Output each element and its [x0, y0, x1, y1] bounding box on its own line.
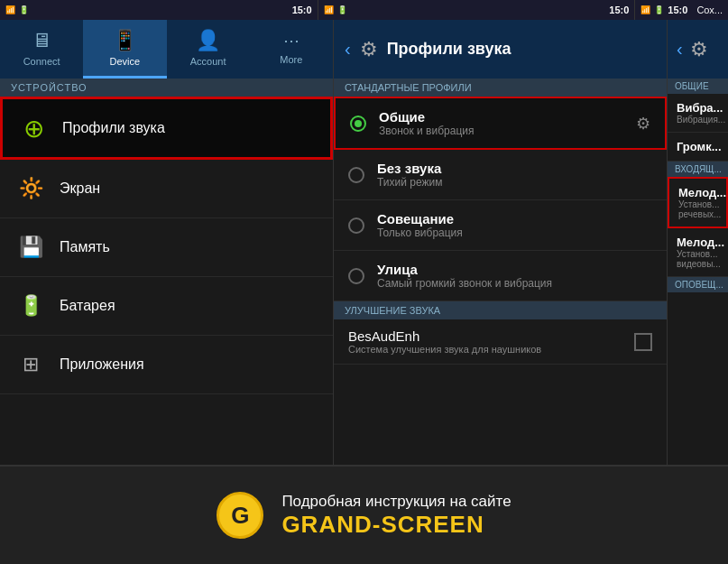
- panel3-back-icon[interactable]: ‹: [677, 39, 683, 60]
- profile-item-meeting[interactable]: Совещание Только вибрация: [334, 200, 667, 251]
- enhance-checkbox[interactable]: [634, 333, 652, 351]
- radio-general: [350, 116, 366, 132]
- back-arrow-icon[interactable]: ‹: [345, 39, 351, 60]
- more-icon: ⋯: [283, 31, 299, 51]
- profile-silent-texts: Без звука Тихий режим: [377, 161, 652, 189]
- menu-item-sound-label: Профили звука: [62, 120, 165, 136]
- banner-line2-part1: GRAND-: [281, 511, 381, 538]
- device-icon: 📱: [113, 29, 137, 52]
- menu-item-memory-label: Память: [60, 239, 110, 255]
- profile-general-desc: Звонок и вибрация: [379, 125, 636, 137]
- banner-line2: GRAND-SCREEN: [281, 511, 511, 539]
- screen-icon: 🔆: [14, 172, 47, 205]
- profile-general-texts: Общие Звонок и вибрация: [379, 109, 636, 137]
- profiles-section-header: СТАНДАРТНЫЕ ПРОФИЛИ: [334, 79, 667, 97]
- radio-street: [348, 268, 364, 284]
- radio-dot-general: [355, 120, 362, 127]
- wifi-icon-mid: 📶: [324, 5, 334, 14]
- menu-item-apps[interactable]: ⊞ Приложения: [0, 336, 333, 394]
- apps-icon: ⊞: [14, 348, 47, 381]
- profile-item-silent[interactable]: Без звука Тихий режим: [334, 150, 667, 200]
- bottom-banner: G Подробная инструкция на сайте GRAND-SC…: [0, 465, 728, 564]
- setting-melody1[interactable]: Мелод... Установ... речевых...: [668, 177, 728, 228]
- device-section-header: УСТРОЙСТВО: [0, 79, 333, 97]
- profile-street-desc: Самый громкий звонок и вибрация: [377, 277, 652, 290]
- profile-meeting-name: Совещание: [377, 211, 652, 227]
- banner-line1: Подробная инструкция на сайте: [281, 493, 511, 511]
- setting-melody1-name: Мелод...: [678, 186, 717, 199]
- profile-silent-name: Без звука: [377, 161, 652, 176]
- setting-vibra1[interactable]: Вибра... Вибрация...: [668, 94, 728, 133]
- memory-icon: 💾: [14, 231, 47, 264]
- connect-icon: 🖥: [32, 29, 51, 52]
- profile-silent-desc: Тихий режим: [377, 176, 652, 189]
- status-left: 📶 🔋 15:0: [0, 0, 318, 20]
- wifi-icon-left: 📶: [5, 5, 15, 14]
- general-section-label: ОБЩИЕ: [668, 79, 728, 94]
- panel2-sound-profiles: ‹ ⚙ Профили звука СТАНДАРТНЫЕ ПРОФИЛИ Об…: [334, 20, 668, 465]
- radio-silent: [348, 167, 364, 183]
- panel3-top-label: Сох...: [696, 5, 723, 15]
- status-mid: 📶 🔋 15:0: [318, 0, 635, 20]
- panel2-header: ‹ ⚙ Профили звука: [334, 20, 667, 79]
- battery-icon: 🔋: [14, 290, 47, 322]
- battery-icon-left: 🔋: [19, 5, 29, 14]
- account-icon: 👤: [196, 29, 220, 52]
- panel1-device: 🖥 Connect 📱 Device 👤 Account ⋯ More УСТР…: [0, 20, 334, 465]
- profile-street-name: Улица: [377, 262, 652, 277]
- menu-item-battery[interactable]: 🔋 Батарея: [0, 277, 333, 336]
- profile-general-name: Общие: [379, 109, 636, 125]
- tab-more-label: More: [280, 54, 302, 65]
- menu-item-battery-label: Батарея: [60, 298, 115, 314]
- setting-vibra1-desc: Вибрация...: [677, 115, 719, 125]
- notify-section-label: ОПОВЕЩ...: [668, 277, 728, 292]
- setting-volume[interactable]: Громк...: [668, 133, 728, 162]
- menu-item-sound[interactable]: ⊕ Профили звука: [0, 97, 333, 160]
- enhance-name: BesAudEnh: [348, 328, 541, 344]
- tab-account[interactable]: 👤 Account: [167, 20, 250, 79]
- profile-item-general[interactable]: Общие Звонок и вибрация ⚙: [334, 97, 667, 150]
- time-left: 15:0: [292, 5, 312, 15]
- time-right: 15:0: [668, 5, 687, 15]
- menu-item-screen[interactable]: 🔆 Экран: [0, 160, 333, 218]
- battery-icon-right: 🔋: [654, 5, 664, 14]
- profile-general-gear-icon[interactable]: ⚙: [636, 114, 650, 134]
- setting-melody2-name: Мелод...: [677, 236, 719, 249]
- tab-account-label: Account: [190, 56, 226, 67]
- banner-text: Подробная инструкция на сайте GRAND-SCRE…: [281, 493, 511, 539]
- enhance-desc: Система улучшения звука для наушников: [348, 344, 541, 355]
- profile-item-street[interactable]: Улица Самый громкий звонок и вибрация: [334, 251, 667, 301]
- tab-connect[interactable]: 🖥 Connect: [0, 20, 83, 79]
- battery-icon-mid: 🔋: [337, 5, 347, 14]
- g-logo: G: [217, 492, 263, 539]
- setting-melody2[interactable]: Мелод... Установ... видеовы...: [668, 228, 728, 277]
- panels-container: 🖥 Connect 📱 Device 👤 Account ⋯ More УСТР…: [0, 20, 728, 465]
- enhance-section-header: УЛУЧШЕНИЕ ЗВУКА: [334, 301, 667, 319]
- wifi-icon-right: 📶: [640, 5, 650, 14]
- panel3-profile-settings: ‹ ⚙ ОБЩИЕ Вибра... Вибрация... Громк... …: [668, 20, 728, 465]
- profile-meeting-texts: Совещание Только вибрация: [377, 211, 652, 239]
- menu-item-screen-label: Экран: [60, 180, 100, 197]
- setting-melody2-desc: Установ... видеовы...: [677, 249, 719, 269]
- menu-item-apps-label: Приложения: [60, 356, 144, 373]
- radio-meeting: [348, 217, 364, 234]
- enhance-row: BesAudEnh Система улучшения звука для на…: [348, 328, 652, 355]
- time-mid: 15:0: [609, 5, 629, 15]
- menu-item-memory[interactable]: 💾 Память: [0, 218, 333, 277]
- tab-connect-label: Connect: [23, 56, 60, 67]
- enhance-item-besaud[interactable]: BesAudEnh Система улучшения звука для на…: [334, 319, 667, 365]
- setting-melody1-desc: Установ... речевых...: [678, 199, 717, 219]
- status-bar: 📶 🔋 15:0 📶 🔋 15:0 📶 🔋 15:0 Сох...: [0, 0, 728, 20]
- tab-device[interactable]: 📱 Device: [83, 20, 166, 79]
- enhance-texts: BesAudEnh Система улучшения звука для на…: [348, 328, 541, 355]
- incoming-section-label: ВХОДЯЩ...: [668, 162, 728, 177]
- tab-bar: 🖥 Connect 📱 Device 👤 Account ⋯ More: [0, 20, 333, 79]
- profile-street-texts: Улица Самый громкий звонок и вибрация: [377, 262, 652, 290]
- tab-more[interactable]: ⋯ More: [250, 20, 333, 79]
- sound-icon: ⊕: [17, 112, 50, 144]
- panel2-gear-icon: ⚙: [360, 38, 378, 61]
- panel3-gear-icon: ⚙: [690, 38, 708, 61]
- profile-meeting-desc: Только вибрация: [377, 227, 652, 239]
- panel2-title: Профили звука: [387, 40, 511, 59]
- setting-volume-name: Громк...: [677, 140, 719, 153]
